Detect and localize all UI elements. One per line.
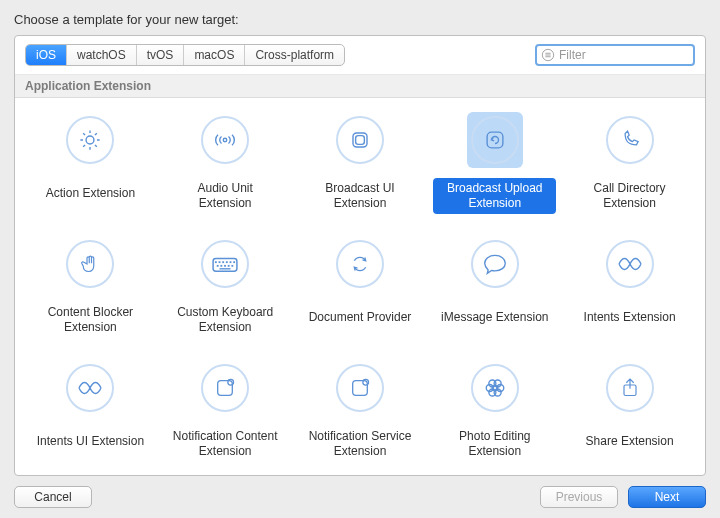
template-label: Action Extension	[40, 178, 141, 208]
svg-rect-24	[228, 265, 230, 267]
previous-button[interactable]: Previous	[540, 486, 618, 508]
svg-rect-23	[224, 265, 226, 267]
svg-rect-13	[487, 132, 503, 148]
platform-tab-crossplatform[interactable]: Cross-platform	[245, 45, 344, 65]
stack-icon	[336, 116, 384, 164]
template-label: iMessage Extension	[435, 302, 554, 332]
platform-segmented-control: iOSwatchOStvOSmacOSCross-platform	[25, 44, 345, 66]
template-item[interactable]: Content Blocker Extension	[25, 230, 156, 346]
phone-icon	[606, 116, 654, 164]
svg-rect-15	[215, 261, 217, 263]
svg-line-7	[84, 133, 86, 135]
gear-icon	[66, 116, 114, 164]
keyboard-icon	[201, 240, 249, 288]
cancel-button[interactable]: Cancel	[14, 486, 92, 508]
app-badge-icon	[201, 364, 249, 412]
template-label: Intents Extension	[578, 302, 682, 332]
cycle-icon	[336, 240, 384, 288]
template-item[interactable]: Custom Keyboard Extension	[160, 230, 291, 346]
template-item[interactable]: Call Directory Extension	[564, 106, 695, 222]
template-grid-scroll[interactable]: Action ExtensionAudio Unit ExtensionBroa…	[15, 98, 705, 475]
template-label: Audio Unit Extension	[164, 178, 287, 214]
template-label: Notification Content Extension	[164, 426, 287, 462]
waves-icon	[66, 364, 114, 412]
svg-rect-19	[230, 261, 232, 263]
svg-rect-27	[218, 381, 233, 396]
app-badge-icon	[336, 364, 384, 412]
filter-field-wrap	[535, 44, 695, 66]
dialog-title: Choose a template for your new target:	[14, 12, 706, 27]
template-label: Broadcast UI Extension	[299, 178, 422, 214]
filter-icon	[541, 48, 555, 62]
platform-tab-macos[interactable]: macOS	[184, 45, 245, 65]
speech-icon	[471, 240, 519, 288]
svg-rect-29	[353, 381, 368, 396]
template-label: Share Extension	[580, 426, 680, 456]
platform-tab-tvos[interactable]: tvOS	[137, 45, 185, 65]
template-label: Photo Editing Extension	[433, 426, 556, 462]
template-label: Document Provider	[303, 302, 418, 332]
svg-rect-26	[220, 268, 231, 269]
soundwave-icon	[201, 116, 249, 164]
svg-rect-12	[356, 136, 365, 145]
platform-tab-ios[interactable]: iOS	[26, 45, 67, 65]
svg-rect-21	[217, 265, 219, 267]
svg-line-9	[95, 133, 97, 135]
next-button[interactable]: Next	[628, 486, 706, 508]
template-label: Broadcast Upload Extension	[433, 178, 556, 214]
stack-refresh-icon	[471, 116, 519, 164]
template-item[interactable]: Broadcast Upload Extension	[429, 106, 560, 222]
template-item[interactable]: Audio Unit Extension	[160, 106, 291, 222]
template-label: Intents UI Extension	[31, 426, 150, 456]
platform-tab-watchos[interactable]: watchOS	[67, 45, 137, 65]
template-item[interactable]: Notification Service Extension	[295, 354, 426, 470]
svg-point-1	[86, 136, 94, 144]
svg-point-10	[223, 138, 227, 142]
filter-input[interactable]	[535, 44, 695, 66]
template-label: Content Blocker Extension	[29, 302, 152, 338]
svg-line-5	[84, 145, 86, 147]
svg-rect-25	[232, 265, 234, 267]
template-item[interactable]: iMessage Extension	[429, 230, 560, 346]
template-label: Notification Service Extension	[299, 426, 422, 462]
waves-icon	[606, 240, 654, 288]
svg-rect-20	[233, 261, 235, 263]
template-item[interactable]: Intents Extension	[564, 230, 695, 346]
template-item[interactable]: Share Extension	[564, 354, 695, 470]
flower-icon	[471, 364, 519, 412]
template-item[interactable]: Document Provider	[295, 230, 426, 346]
share-icon	[606, 364, 654, 412]
section-header: Application Extension	[15, 75, 705, 98]
template-item[interactable]: Action Extension	[25, 106, 156, 222]
hand-icon	[66, 240, 114, 288]
template-item[interactable]: Photo Editing Extension	[429, 354, 560, 470]
template-panel: iOSwatchOStvOSmacOSCross-platform Applic…	[14, 35, 706, 476]
template-item[interactable]: Intents UI Extension	[25, 354, 156, 470]
template-label: Call Directory Extension	[568, 178, 691, 214]
svg-line-3	[95, 145, 97, 147]
svg-rect-18	[226, 261, 228, 263]
svg-rect-22	[221, 265, 223, 267]
template-label: Custom Keyboard Extension	[164, 302, 287, 338]
svg-rect-17	[222, 261, 224, 263]
svg-rect-16	[219, 261, 221, 263]
template-item[interactable]: Notification Content Extension	[160, 354, 291, 470]
template-item[interactable]: Broadcast UI Extension	[295, 106, 426, 222]
